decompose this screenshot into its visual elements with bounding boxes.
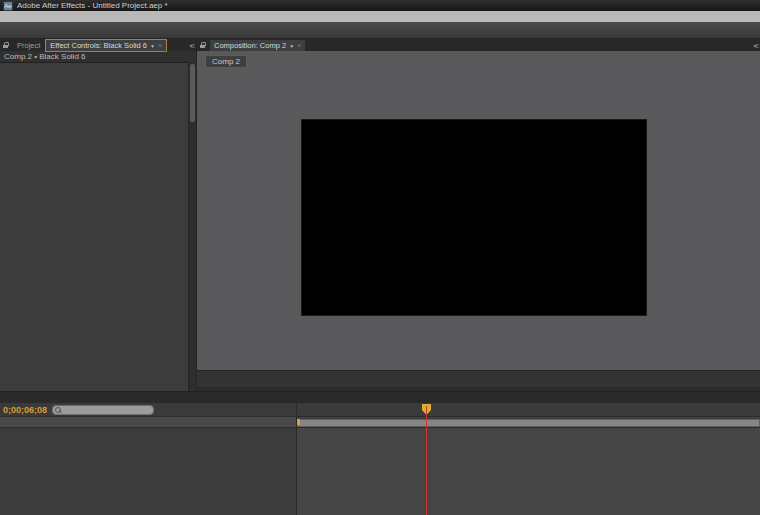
- composition-toolbar: [197, 370, 760, 387]
- timeline-controls: 0;00;06;08: [0, 403, 296, 416]
- search-input[interactable]: [52, 405, 154, 415]
- chevron-down-icon[interactable]: ▼: [150, 43, 155, 49]
- composition-frame[interactable]: [301, 119, 647, 316]
- search-icon: [55, 407, 61, 413]
- tool-bar: [0, 22, 760, 39]
- composition-panel: Composition: Comp 2▼× ▾≡ Comp 2: [197, 39, 760, 391]
- time-ruler[interactable]: [297, 403, 760, 417]
- timeline-panel: 0;00;06;08: [0, 391, 760, 515]
- scrollbar[interactable]: [188, 62, 196, 391]
- work-area-row: [297, 417, 760, 428]
- effect-controls-list: [0, 62, 189, 391]
- timeline-track-area: [297, 403, 760, 515]
- window-titlebar: Ae Adobe After Effects - Untitled Projec…: [0, 0, 760, 11]
- tab-effect-controls[interactable]: Effect Controls: Black Solid 6▼×: [46, 40, 166, 51]
- tab-effect-controls-label: Effect Controls: Black Solid 6: [50, 41, 147, 50]
- panel-menu-icon[interactable]: ▾≡: [753, 42, 758, 49]
- work-area-start-handle[interactable]: [297, 419, 300, 425]
- panel-menu-icon[interactable]: ▾≡: [189, 42, 194, 49]
- timeline-layer-column: 0;00;06;08: [0, 403, 297, 515]
- panel-lock-icon[interactable]: [200, 42, 207, 49]
- window-title: Adobe After Effects - Untitled Project.a…: [17, 1, 168, 10]
- menu-bar: [0, 11, 760, 22]
- playhead[interactable]: [426, 403, 427, 515]
- timeline-column-headers: [0, 416, 296, 428]
- panel-lock-icon[interactable]: [3, 42, 10, 49]
- effect-controls-panel: Project Effect Controls: Black Solid 6▼×…: [0, 39, 197, 391]
- scrollbar-thumb[interactable]: [190, 64, 195, 122]
- close-icon[interactable]: ×: [158, 41, 162, 50]
- playhead-line: [426, 406, 427, 515]
- close-icon[interactable]: ×: [297, 41, 301, 50]
- tab-composition[interactable]: Composition: Comp 2▼×: [210, 40, 305, 51]
- composition-viewer: Comp 2: [197, 51, 760, 370]
- tab-composition-label: Composition: Comp 2: [214, 41, 286, 50]
- composition-tabbar: Composition: Comp 2▼× ▾≡: [197, 39, 760, 51]
- timeline-tabbar: [0, 392, 760, 403]
- work-area-bar[interactable]: [297, 419, 760, 427]
- effect-controls-tabbar: Project Effect Controls: Black Solid 6▼×…: [0, 39, 196, 51]
- tab-project[interactable]: Project: [13, 40, 44, 51]
- current-time-display[interactable]: 0;00;06;08: [3, 405, 47, 415]
- chevron-down-icon[interactable]: ▼: [289, 43, 294, 49]
- comp-crumb-button[interactable]: Comp 2: [205, 55, 247, 68]
- app-icon: Ae: [3, 1, 13, 11]
